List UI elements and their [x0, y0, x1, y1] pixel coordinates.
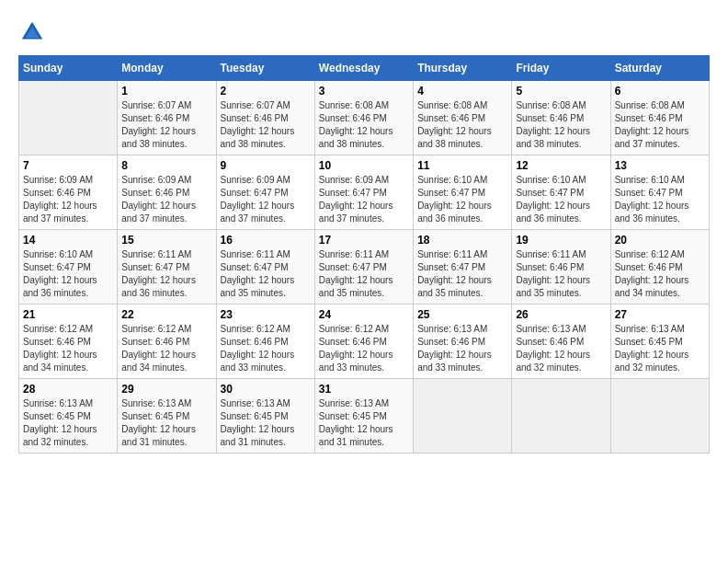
cell-content: Sunrise: 6:11 AM Sunset: 6:47 PM Dayligh… [221, 248, 311, 300]
day-number: 5 [516, 85, 606, 98]
cell-content: Sunrise: 6:07 AM Sunset: 6:46 PM Dayligh… [121, 99, 211, 151]
day-number: 7 [23, 159, 113, 172]
calendar-cell: 1Sunrise: 6:07 AM Sunset: 6:46 PM Daylig… [118, 81, 216, 155]
calendar-header: Sunday Monday Tuesday Wednesday Thursday… [19, 56, 710, 81]
day-number: 19 [516, 234, 606, 247]
cell-content: Sunrise: 6:07 AM Sunset: 6:46 PM Dayligh… [221, 99, 311, 151]
cell-content: Sunrise: 6:13 AM Sunset: 6:46 PM Dayligh… [516, 323, 606, 374]
day-number: 20 [615, 234, 705, 247]
calendar-cell: 15Sunrise: 6:11 AM Sunset: 6:47 PM Dayli… [118, 230, 216, 304]
col-monday: Monday [118, 56, 216, 81]
day-number: 17 [319, 234, 409, 247]
day-number: 27 [615, 308, 705, 321]
calendar-cell [414, 379, 512, 454]
page-header [18, 18, 710, 46]
day-number: 14 [23, 234, 113, 247]
day-number: 8 [121, 159, 211, 172]
calendar-cell: 11Sunrise: 6:10 AM Sunset: 6:47 PM Dayli… [414, 155, 512, 230]
cell-content: Sunrise: 6:11 AM Sunset: 6:47 PM Dayligh… [417, 248, 507, 300]
col-tuesday: Tuesday [216, 56, 314, 81]
cell-content: Sunrise: 6:12 AM Sunset: 6:46 PM Dayligh… [319, 323, 409, 374]
cell-content: Sunrise: 6:09 AM Sunset: 6:47 PM Dayligh… [221, 174, 311, 225]
calendar-cell: 18Sunrise: 6:11 AM Sunset: 6:47 PM Dayli… [414, 230, 512, 304]
calendar-cell: 12Sunrise: 6:10 AM Sunset: 6:47 PM Dayli… [512, 155, 610, 230]
calendar-cell: 4Sunrise: 6:08 AM Sunset: 6:46 PM Daylig… [414, 81, 512, 155]
calendar-cell: 26Sunrise: 6:13 AM Sunset: 6:46 PM Dayli… [512, 304, 610, 379]
calendar-week-row: 21Sunrise: 6:12 AM Sunset: 6:46 PM Dayli… [19, 304, 710, 379]
col-friday: Friday [512, 56, 610, 81]
col-saturday: Saturday [610, 56, 709, 81]
day-number: 18 [417, 234, 507, 247]
day-number: 10 [319, 159, 409, 172]
cell-content: Sunrise: 6:09 AM Sunset: 6:47 PM Dayligh… [319, 174, 409, 225]
cell-content: Sunrise: 6:13 AM Sunset: 6:45 PM Dayligh… [23, 397, 113, 449]
day-number: 31 [319, 383, 409, 396]
calendar-cell: 9Sunrise: 6:09 AM Sunset: 6:47 PM Daylig… [216, 155, 314, 230]
cell-content: Sunrise: 6:12 AM Sunset: 6:46 PM Dayligh… [23, 323, 113, 374]
calendar-cell: 3Sunrise: 6:08 AM Sunset: 6:46 PM Daylig… [314, 81, 413, 155]
day-number: 21 [23, 308, 113, 321]
calendar-body: 1Sunrise: 6:07 AM Sunset: 6:46 PM Daylig… [19, 81, 710, 454]
calendar-cell: 30Sunrise: 6:13 AM Sunset: 6:45 PM Dayli… [216, 379, 314, 454]
cell-content: Sunrise: 6:12 AM Sunset: 6:46 PM Dayligh… [121, 323, 211, 374]
cell-content: Sunrise: 6:09 AM Sunset: 6:46 PM Dayligh… [23, 174, 113, 225]
calendar-cell: 7Sunrise: 6:09 AM Sunset: 6:46 PM Daylig… [19, 155, 118, 230]
day-number: 2 [221, 85, 311, 98]
calendar-cell: 8Sunrise: 6:09 AM Sunset: 6:46 PM Daylig… [118, 155, 216, 230]
calendar-cell: 23Sunrise: 6:12 AM Sunset: 6:46 PM Dayli… [216, 304, 314, 379]
cell-content: Sunrise: 6:08 AM Sunset: 6:46 PM Dayligh… [615, 99, 705, 151]
day-number: 1 [121, 85, 211, 98]
day-number: 11 [417, 159, 507, 172]
day-number: 3 [319, 85, 409, 98]
day-number: 23 [221, 308, 311, 321]
calendar-cell: 21Sunrise: 6:12 AM Sunset: 6:46 PM Dayli… [19, 304, 118, 379]
cell-content: Sunrise: 6:08 AM Sunset: 6:46 PM Dayligh… [319, 99, 409, 151]
day-number: 22 [121, 308, 211, 321]
calendar-cell: 5Sunrise: 6:08 AM Sunset: 6:46 PM Daylig… [512, 81, 610, 155]
cell-content: Sunrise: 6:09 AM Sunset: 6:46 PM Dayligh… [121, 174, 211, 225]
day-number: 26 [516, 308, 606, 321]
cell-content: Sunrise: 6:10 AM Sunset: 6:47 PM Dayligh… [417, 174, 507, 225]
calendar-cell [610, 379, 709, 454]
col-thursday: Thursday [414, 56, 512, 81]
cell-content: Sunrise: 6:13 AM Sunset: 6:45 PM Dayligh… [221, 397, 311, 449]
calendar-cell: 6Sunrise: 6:08 AM Sunset: 6:46 PM Daylig… [610, 81, 709, 155]
cell-content: Sunrise: 6:13 AM Sunset: 6:46 PM Dayligh… [417, 323, 507, 374]
cell-content: Sunrise: 6:11 AM Sunset: 6:47 PM Dayligh… [319, 248, 409, 300]
calendar-cell: 22Sunrise: 6:12 AM Sunset: 6:46 PM Dayli… [118, 304, 216, 379]
calendar-table: Sunday Monday Tuesday Wednesday Thursday… [18, 55, 710, 454]
day-number: 30 [221, 383, 311, 396]
calendar-week-row: 28Sunrise: 6:13 AM Sunset: 6:45 PM Dayli… [19, 379, 710, 454]
cell-content: Sunrise: 6:13 AM Sunset: 6:45 PM Dayligh… [121, 397, 211, 449]
day-number: 28 [23, 383, 113, 396]
calendar-week-row: 1Sunrise: 6:07 AM Sunset: 6:46 PM Daylig… [19, 81, 710, 155]
calendar-cell: 16Sunrise: 6:11 AM Sunset: 6:47 PM Dayli… [216, 230, 314, 304]
cell-content: Sunrise: 6:11 AM Sunset: 6:47 PM Dayligh… [121, 248, 211, 300]
calendar-cell: 13Sunrise: 6:10 AM Sunset: 6:47 PM Dayli… [610, 155, 709, 230]
logo-icon [18, 18, 46, 46]
calendar-cell: 25Sunrise: 6:13 AM Sunset: 6:46 PM Dayli… [414, 304, 512, 379]
cell-content: Sunrise: 6:08 AM Sunset: 6:46 PM Dayligh… [516, 99, 606, 151]
day-number: 25 [417, 308, 507, 321]
calendar-cell: 14Sunrise: 6:10 AM Sunset: 6:47 PM Dayli… [19, 230, 118, 304]
header-row: Sunday Monday Tuesday Wednesday Thursday… [19, 56, 710, 81]
col-sunday: Sunday [19, 56, 118, 81]
day-number: 15 [121, 234, 211, 247]
day-number: 6 [615, 85, 705, 98]
calendar-cell: 28Sunrise: 6:13 AM Sunset: 6:45 PM Dayli… [19, 379, 118, 454]
calendar-cell: 27Sunrise: 6:13 AM Sunset: 6:45 PM Dayli… [610, 304, 709, 379]
day-number: 9 [221, 159, 311, 172]
cell-content: Sunrise: 6:12 AM Sunset: 6:46 PM Dayligh… [221, 323, 311, 374]
cell-content: Sunrise: 6:13 AM Sunset: 6:45 PM Dayligh… [615, 323, 705, 374]
calendar-cell: 29Sunrise: 6:13 AM Sunset: 6:45 PM Dayli… [118, 379, 216, 454]
calendar-week-row: 14Sunrise: 6:10 AM Sunset: 6:47 PM Dayli… [19, 230, 710, 304]
cell-content: Sunrise: 6:10 AM Sunset: 6:47 PM Dayligh… [615, 174, 705, 225]
day-number: 4 [417, 85, 507, 98]
cell-content: Sunrise: 6:13 AM Sunset: 6:45 PM Dayligh… [319, 397, 409, 449]
calendar-cell: 17Sunrise: 6:11 AM Sunset: 6:47 PM Dayli… [314, 230, 413, 304]
calendar-cell: 24Sunrise: 6:12 AM Sunset: 6:46 PM Dayli… [314, 304, 413, 379]
cell-content: Sunrise: 6:10 AM Sunset: 6:47 PM Dayligh… [23, 248, 113, 300]
logo [18, 18, 50, 46]
day-number: 13 [615, 159, 705, 172]
col-wednesday: Wednesday [314, 56, 413, 81]
